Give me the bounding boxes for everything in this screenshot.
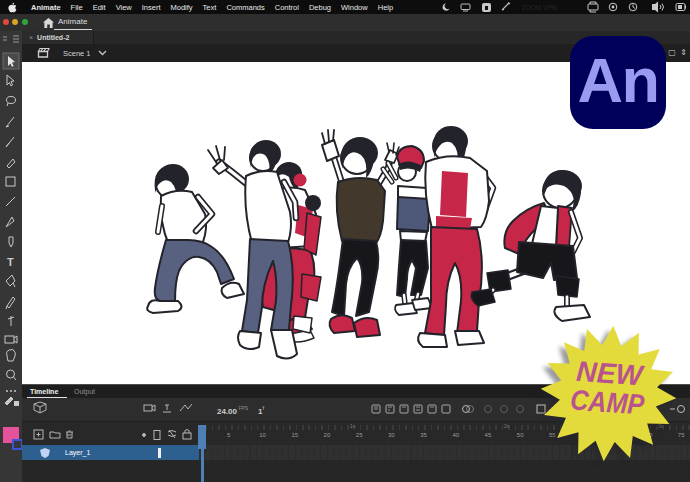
svg-text:ZOOM VPN: ZOOM VPN bbox=[522, 4, 557, 11]
svg-text:CAMP: CAMP bbox=[569, 383, 646, 420]
svg-text:T: T bbox=[7, 256, 14, 268]
